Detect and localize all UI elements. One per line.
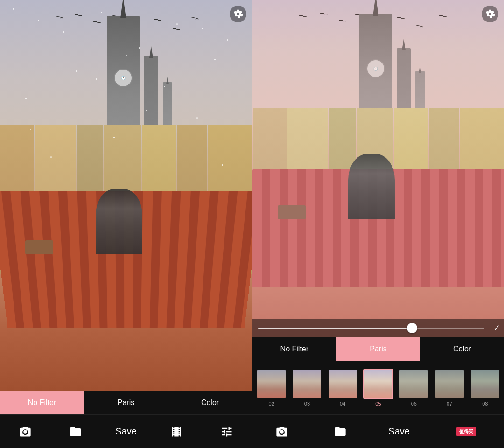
- snowflake: [101, 12, 102, 13]
- thumb-img-04: [328, 369, 358, 399]
- thumb-img-02: [256, 369, 287, 399]
- bird: [56, 16, 60, 18]
- filter-thumb-08[interactable]: 08: [468, 369, 502, 406]
- settings-button-right[interactable]: [482, 6, 498, 22]
- filter-thumb-05[interactable]: 05: [361, 369, 395, 406]
- snowflake: [196, 117, 198, 119]
- right-scene: 🕐: [252, 0, 504, 337]
- spire3-right: [419, 65, 421, 73]
- bottom-toolbar-left: Save: [0, 414, 252, 448]
- table: [25, 240, 53, 254]
- left-photo-area: 🕐: [0, 0, 252, 391]
- gear-icon-left: [233, 9, 243, 19]
- slider-thumb[interactable]: [407, 323, 417, 333]
- couple-silhouette: [96, 189, 142, 254]
- snowflake: [202, 28, 203, 29]
- thumb-preview-06: [399, 370, 428, 398]
- snowflake: [13, 8, 14, 10]
- slider-track[interactable]: [258, 328, 484, 329]
- filter-strip-right: 02 03 04 05 06: [252, 361, 504, 414]
- thumb-img-06: [399, 369, 429, 399]
- thumb-img-05: [363, 369, 393, 399]
- filter-thumb-03[interactable]: 03: [290, 369, 324, 406]
- save-button-left[interactable]: Save: [115, 426, 137, 437]
- checkmark-icon[interactable]: ✓: [493, 323, 500, 333]
- film-icon-left: [170, 425, 183, 438]
- spire2-right: [402, 39, 406, 50]
- folder-icon-right: [334, 425, 347, 438]
- bird: [320, 13, 324, 14]
- gear-icon-right: [485, 9, 495, 19]
- bottom-toolbar-right: Save 值得买: [252, 414, 504, 448]
- filter-thumb-06[interactable]: 06: [397, 369, 431, 406]
- slider-container: ✓: [252, 319, 504, 337]
- thumb-preview-03: [293, 370, 321, 398]
- left-panel: 🕐: [0, 0, 252, 448]
- tab-paris-right[interactable]: Paris: [336, 337, 420, 361]
- camera-icon-left: [19, 425, 32, 438]
- tab-color-left[interactable]: Color: [168, 391, 252, 414]
- filter-thumb-07[interactable]: 07: [432, 369, 466, 406]
- snowflake: [227, 39, 228, 41]
- snowflake: [214, 59, 216, 60]
- film-button-left[interactable]: [166, 421, 187, 442]
- couple-area-right: [348, 154, 395, 219]
- camera-button-left[interactable]: [15, 421, 35, 442]
- bird: [75, 14, 78, 15]
- sliders-button-left[interactable]: [217, 421, 237, 442]
- right-panel: 🕐: [252, 0, 504, 448]
- thumb-preview-08: [471, 370, 499, 398]
- couple-silhouette-right: [348, 154, 395, 219]
- bird: [191, 17, 195, 19]
- thumb-preview-07: [435, 370, 464, 398]
- filter-tabs-left: No Filter Paris Color: [0, 391, 252, 414]
- couple-area: [96, 189, 142, 254]
- watermark-badge: 值得买: [456, 427, 476, 436]
- settings-button-left[interactable]: [230, 6, 246, 22]
- snowflake: [38, 20, 39, 21]
- tab-paris-left[interactable]: Paris: [84, 391, 168, 414]
- left-scene: 🕐: [0, 0, 252, 391]
- tab-no-filter-right[interactable]: No Filter: [252, 337, 336, 361]
- bird: [299, 15, 303, 16]
- right-photo-area: 🕐: [252, 0, 504, 337]
- filter-thumb-02[interactable]: 02: [254, 369, 288, 406]
- clock-right: 🕐: [366, 59, 385, 78]
- spire: [120, 0, 126, 18]
- thumb-img-03: [292, 369, 322, 399]
- table-right: [278, 205, 306, 219]
- bird: [439, 15, 443, 16]
- snowflake: [76, 70, 77, 72]
- sliders-icon-left: [220, 425, 233, 438]
- save-button-right[interactable]: Save: [388, 426, 410, 437]
- tab-no-filter-left[interactable]: No Filter: [0, 391, 84, 414]
- snowflake: [25, 98, 27, 99]
- thumb-preview-05: [364, 370, 392, 398]
- clock: 🕐: [114, 69, 133, 87]
- watermark-area: 值得买: [448, 421, 485, 442]
- camera-icon-right: [275, 425, 288, 438]
- folder-button-left[interactable]: [65, 421, 86, 442]
- thumb-preview-02: [257, 370, 286, 398]
- spire-right: [373, 0, 378, 16]
- thumb-img-08: [470, 369, 500, 399]
- filter-tabs-right: No Filter Paris Color: [252, 337, 504, 361]
- thumb-preview-04: [329, 370, 357, 398]
- camera-button-right[interactable]: [272, 421, 292, 442]
- folder-icon-left: [69, 425, 82, 438]
- spire3: [166, 77, 169, 84]
- thumb-img-07: [434, 369, 465, 399]
- snowflake: [63, 31, 64, 33]
- filter-thumb-04[interactable]: 04: [326, 369, 360, 406]
- folder-button-right[interactable]: [330, 421, 350, 442]
- slider-fill: [258, 328, 412, 329]
- tab-color-right[interactable]: Color: [420, 337, 504, 361]
- spire2: [149, 46, 153, 58]
